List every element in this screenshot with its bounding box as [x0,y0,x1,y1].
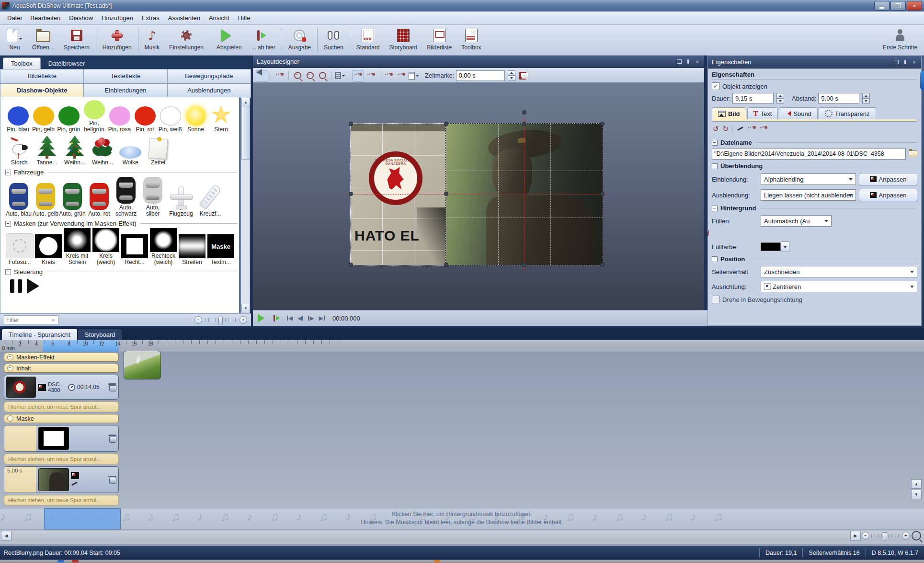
blend-icon[interactable] [38,384,46,391]
motion-path-tool-icon[interactable] [274,70,285,81]
list-item-wolke[interactable]: Wolke [116,139,144,166]
scroll-up-icon[interactable]: ▲ [241,98,250,106]
fill-color-swatch[interactable] [761,242,781,251]
toolbox-scrollbar[interactable]: ▲ ▼ [240,97,250,313]
collapse-icon[interactable] [712,206,718,211]
tab-ausblendungen[interactable]: Ausblendungen [168,83,251,98]
rotate-right-icon[interactable]: ↻ [723,125,729,133]
new-button[interactable]: Neu [2,26,27,54]
list-item-auto-gruen[interactable]: Auto, grün [59,183,86,217]
show-paths-icon[interactable] [353,70,364,81]
list-item-flugzeug[interactable]: Flugzeug [166,186,196,217]
remove-keypoint-icon[interactable] [396,70,407,81]
list-item-stern[interactable]: Stern [208,105,234,133]
music-track[interactable]: ♪ ♫ ♪ ♫ ♪ ♫ ♪ ♫ ♪ ♫ ♪ ♫ ♪ ♫ ♪ ♫ ♪ ♫ ♪ ♫ … [0,508,924,530]
tab-text[interactable]: TText [747,107,778,119]
list-item-streifen[interactable]: Streifen [178,234,206,265]
tab-bildeffekte[interactable]: Bildeffekte [0,69,84,83]
edit-icon[interactable] [71,481,79,487]
tab-transparenz[interactable]: Transparenz [819,107,876,119]
trash-icon[interactable] [108,476,116,483]
storyboard-button[interactable]: Storyboard [385,26,422,54]
tab-einblendungen[interactable]: Einblendungen [84,83,167,98]
drehe-row[interactable]: Drehe in Bewegungsrichtung [712,296,917,303]
selection-handle[interactable] [522,122,526,126]
selection-handle[interactable] [600,263,605,267]
tab-toolbox[interactable]: Toolbox [3,57,41,69]
timeline-item-dsc4300[interactable]: DSC_4300 00:14.05 [4,375,119,400]
timeline-zoom-in-button[interactable]: + [902,532,910,540]
menu-datei[interactable]: Datei [3,12,26,24]
menu-hinzufuegen[interactable]: Hinzufügen [97,12,137,24]
list-item-storch[interactable]: Storch [5,138,33,166]
list-item-kreis-weich[interactable]: Kreis (weich) [91,228,120,265]
preview-play-icon[interactable] [258,314,269,322]
zeitmarke-input[interactable] [456,70,505,81]
scroll-track[interactable] [12,531,849,540]
fuellen-dropdown[interactable]: Automatisch (Au [761,215,832,227]
list-item-weihnachtsdeko[interactable]: Weihn... [89,137,116,166]
thumbnail-size-slider[interactable] [205,318,237,322]
drop-hint-row[interactable]: Hierher ziehen, um neue Spur anzul... [4,495,119,506]
collapse-icon[interactable] [7,365,13,371]
tab-sound[interactable]: Sound [779,107,818,119]
list-item-pin-gruen[interactable]: Pin, grün [56,106,81,133]
slider-thumb[interactable] [218,317,223,324]
selection-handle[interactable] [349,122,353,126]
list-item-auto-gelb[interactable]: Auto, gelb [32,183,59,217]
collapse-icon[interactable] [7,415,13,422]
trash-icon[interactable] [108,383,116,391]
minimize-button[interactable] [874,1,890,11]
go-last-icon[interactable]: ▶ [319,315,325,322]
canvas-image-group[interactable]: EMPRESA SOCIALISTA GANADERA HATO EL [351,124,603,265]
track-group-maske[interactable]: Maske [4,414,119,423]
tab-storyboard[interactable]: Storyboard [78,329,122,340]
menu-extras[interactable]: Extras [137,12,164,24]
einblendung-anpassen-button[interactable]: Anpassen [859,173,917,185]
pin-panel-icon[interactable] [685,59,691,64]
selection-handle[interactable] [522,263,526,267]
seitenverhaeltnis-dropdown[interactable]: Zuschneiden [761,266,917,277]
collapse-icon[interactable] [712,256,718,262]
collapse-icon[interactable] [7,354,13,360]
selection-handle[interactable] [600,192,605,196]
menu-diashow[interactable]: Diashow [65,12,97,24]
close-button[interactable]: × [907,1,922,11]
timeline-scroll-down-icon[interactable]: ▼ [911,490,922,499]
magnifier-icon[interactable] [912,531,921,540]
close-panel-icon[interactable]: × [694,59,700,64]
pin-panel-icon[interactable] [902,59,908,65]
list-item-auto-schwarz[interactable]: Auto, schwarz [113,177,139,217]
play-from-here-button[interactable]: ... ab hier [247,26,280,54]
preview-play-from-here-icon[interactable] [274,315,282,322]
dauer-input[interactable]: 9,15 s [732,93,774,103]
selection-handle[interactable] [444,122,448,126]
step-back-icon[interactable]: ◀ [297,315,303,322]
dauer-stepper[interactable] [776,93,784,103]
tab-diashow-objekte[interactable]: Diashow-Objekte [0,83,84,98]
dateiname-input[interactable]: "D:\Eigene Bilder\2014\Venezuela_2014\20… [712,148,906,160]
tab-texteffekte[interactable]: Texteffekte [84,69,167,83]
list-item-pin-gelb[interactable]: Pin, gelb [31,106,56,133]
go-first-icon[interactable]: ◀ [287,315,293,322]
menu-bearbeiten[interactable]: Bearbeiten [26,12,65,24]
collapse-icon[interactable] [712,163,718,169]
list-item-kreis[interactable]: Kreis [34,234,63,265]
selection-handle[interactable] [600,122,605,126]
step-forward-icon[interactable]: ▶ [308,315,314,322]
zoom-fit-icon[interactable] [317,70,328,81]
list-item-rechteck-weich[interactable]: Rechteck (weich) [149,228,178,265]
search-button[interactable]: Suchen [319,26,348,54]
einblendung-dropdown[interactable]: Alphablending [761,173,856,185]
timeline-item-flower-thumbnail[interactable] [124,351,161,379]
tab-bewegungspfade[interactable]: Bewegungspfade [168,69,251,83]
collapse-icon[interactable] [5,221,11,227]
first-steps-button[interactable]: Erste Schritte [878,26,922,54]
rotation-handle[interactable] [522,110,526,115]
restore-panel-icon[interactable] [676,59,682,64]
timeline-hscrollbar[interactable]: ◀ ▶ − + [0,530,924,541]
selection-handle[interactable] [349,263,353,267]
drop-hint-row[interactable]: Hierher ziehen, um neue Spur anzul... [4,402,119,412]
list-item-pin-weiss[interactable]: Pin, weiß [158,106,183,133]
output-button[interactable]: Ausgabe [284,26,316,54]
